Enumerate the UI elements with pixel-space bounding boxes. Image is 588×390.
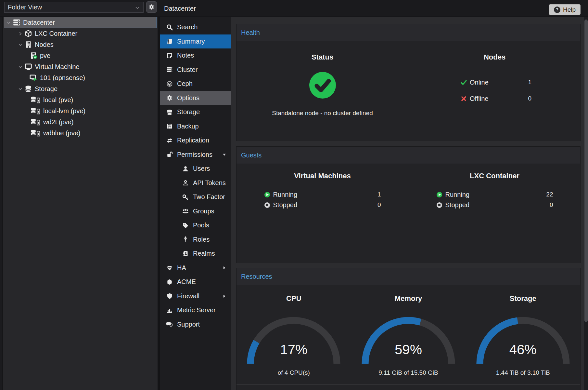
caret-down-icon[interactable] — [17, 42, 23, 47]
caret-down-icon[interactable] — [17, 87, 23, 91]
gauge-percent: 59% — [360, 342, 457, 357]
tree-item-101-opnsense[interactable]: 101 (opnsense) — [4, 72, 157, 83]
menu-item-api-tokens[interactable]: API Tokens — [160, 176, 231, 190]
status-value: 0 — [528, 95, 531, 102]
menu-item-two-factor[interactable]: Two Factor — [160, 190, 231, 204]
menu-item-roles[interactable]: Roles — [160, 233, 231, 247]
tree-item-label: local (pve) — [43, 96, 73, 104]
tag-icon — [182, 222, 189, 229]
menu-item-pools[interactable]: Pools — [160, 218, 231, 233]
help-button[interactable]: ? Help — [549, 4, 581, 15]
menu-item-ha[interactable]: HA — [160, 261, 231, 275]
sidebar-splitter[interactable] — [158, 17, 160, 390]
health-panel-header: Health — [236, 24, 580, 41]
tree-item-lxc-container[interactable]: LXC Container — [4, 28, 157, 39]
replication-icon — [166, 137, 173, 144]
menu-item-label: Search — [177, 23, 198, 31]
tree-item-local-lvm-pve[interactable]: local-lvm (pve) — [4, 105, 157, 116]
menu-item-permissions[interactable]: Permissions — [160, 148, 231, 162]
tree-item-wdblue-pve[interactable]: wdblue (pve) — [4, 128, 157, 139]
menu-item-users[interactable]: Users — [160, 162, 231, 176]
menu-item-label: Storage — [177, 108, 200, 116]
menu-item-label: Metric Server — [177, 306, 216, 314]
menu-item-label: Notes — [177, 52, 194, 59]
menu-item-summary[interactable]: Summary — [160, 34, 231, 49]
menu-item-acme[interactable]: ACME — [160, 275, 231, 289]
menu-item-label: HA — [177, 264, 186, 272]
gauge-arc — [360, 315, 457, 368]
gauge-detail: 1.44 TiB of 3.10 TiB — [496, 369, 550, 377]
tree-item-label: Datacenter — [23, 19, 55, 26]
storage-drive-icon — [29, 107, 41, 115]
tree-item-pve[interactable]: pve — [4, 50, 157, 61]
tree-view-selector-label: Folder View — [8, 4, 42, 11]
tree-item-storage[interactable]: Storage — [4, 83, 157, 94]
row-separator — [236, 384, 580, 385]
gauge-detail: 9.11 GiB of 15.50 GiB — [378, 369, 438, 377]
menu-item-label: Summary — [177, 38, 205, 45]
menu-item-ceph[interactable]: Ceph — [160, 77, 231, 91]
gauge-percent: 17% — [245, 342, 342, 357]
menu-item-notes[interactable]: Notes — [160, 48, 231, 63]
guests-column-heading: LXC Container — [409, 172, 581, 180]
vm-running-icon — [29, 74, 38, 82]
menu-item-realms[interactable]: Realms — [160, 247, 231, 261]
status-row-running: Running1 — [264, 189, 381, 200]
datacenter-icon — [12, 19, 21, 26]
scrollbar-thumb[interactable] — [584, 20, 588, 322]
caret-down-icon[interactable] — [5, 20, 12, 25]
tree-item-nodes[interactable]: Nodes — [4, 39, 157, 50]
caret-down-icon[interactable] — [17, 64, 23, 69]
status-row-offline: Offline0 — [461, 90, 531, 107]
gauge-heading: CPU — [286, 294, 301, 303]
role-person-icon — [182, 236, 189, 243]
tree-item-label: local-lvm (pve) — [43, 107, 85, 115]
menu-item-groups[interactable]: Groups — [160, 204, 231, 219]
usage-gauge: 17% — [245, 315, 342, 368]
status-label: Running — [445, 191, 470, 198]
menu-item-storage[interactable]: Storage — [160, 105, 231, 119]
usage-gauge: 59% — [360, 315, 457, 368]
content-scrollbar[interactable] — [584, 17, 588, 390]
nodes-heading: Nodes — [409, 53, 581, 61]
support-bubbles-icon — [166, 321, 173, 328]
menu-item-cluster[interactable]: Cluster — [160, 63, 231, 77]
ceph-icon — [166, 81, 173, 87]
tree-item-local-pve[interactable]: local (pve) — [4, 94, 157, 105]
tree-item-virtual-machine[interactable]: Virtual Machine — [4, 61, 157, 72]
guests-rows: Running22Stopped0 — [436, 189, 553, 210]
tree-item-label: LXC Container — [35, 30, 77, 37]
menu-item-label: Cluster — [177, 66, 198, 74]
submenu-arrow-right-icon[interactable] — [222, 294, 226, 298]
tree-settings-button[interactable] — [146, 1, 157, 13]
submenu-arrow-right-icon[interactable] — [222, 266, 226, 270]
menu-item-support[interactable]: Support — [160, 317, 231, 332]
top-bar: Folder View Datacenter ? Help — [0, 0, 588, 17]
tree-item-wd2t-pve[interactable]: wd2t (pve) — [4, 116, 157, 128]
menu-item-label: Firewall — [177, 292, 199, 300]
status-row-stopped: Stopped0 — [264, 200, 381, 210]
cross-icon — [461, 96, 467, 102]
menu-item-firewall[interactable]: Firewall — [160, 289, 231, 303]
question-circle-icon: ? — [554, 7, 560, 13]
menu-item-options[interactable]: Options — [160, 91, 231, 105]
resource-gauge-memory: Memory59%9.11 GiB of 15.50 GiB — [351, 285, 466, 390]
caret-right-icon[interactable] — [17, 31, 23, 36]
status-value: 0 — [377, 201, 381, 208]
acme-burst-icon — [166, 279, 173, 285]
status-row-stopped: Stopped0 — [436, 200, 553, 210]
shield-icon — [166, 293, 173, 299]
tree-view-selector[interactable]: Folder View — [4, 2, 144, 13]
menu-item-replication[interactable]: Replication — [160, 133, 231, 148]
nodes-status-rows: Online1Offline0 — [461, 74, 531, 107]
status-value: 0 — [550, 201, 553, 208]
menu-item-search[interactable]: Search — [160, 20, 231, 34]
submenu-arrow-down-icon[interactable] — [222, 153, 226, 157]
usage-gauge: 46% — [474, 315, 572, 368]
tree-item-datacenter[interactable]: Datacenter — [4, 17, 157, 28]
resources-panel-title: Resources — [241, 273, 272, 280]
menu-item-metric-server[interactable]: Metric Server — [160, 303, 231, 317]
menu-item-backup[interactable]: Backup — [160, 119, 231, 134]
menu-item-label: Ceph — [177, 80, 193, 87]
notes-icon — [166, 52, 173, 59]
